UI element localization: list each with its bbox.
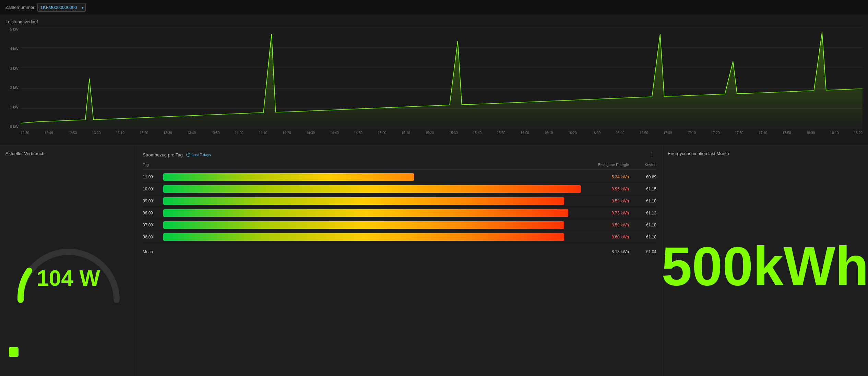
mean-row: Mean 8.13 kWh €1.04 bbox=[143, 246, 656, 254]
mean-cost: €1.04 bbox=[629, 249, 656, 254]
row-tag-0809: 08.09 bbox=[143, 211, 163, 215]
x-label: 12:50 bbox=[68, 131, 77, 135]
x-label: 18:00 bbox=[806, 131, 815, 135]
panel-verbrauch: Aktueller Verbrauch 104 W bbox=[0, 145, 137, 376]
last7-badge[interactable]: Last 7 days bbox=[186, 153, 211, 157]
table-row: 11.09 5.34 kWh €0.69 bbox=[143, 171, 656, 183]
row-energy-0909: 8.59 kWh bbox=[581, 199, 629, 203]
x-label: 13:10 bbox=[116, 131, 124, 135]
panel-strombezug-title: Strombezug pro Tag bbox=[143, 152, 183, 157]
row-energy-0809: 8.73 kWh bbox=[581, 211, 629, 215]
x-label: 17:00 bbox=[663, 131, 672, 135]
x-label: 13:00 bbox=[92, 131, 100, 135]
x-label: 16:10 bbox=[544, 131, 553, 135]
row-cost-0909: €1.10 bbox=[629, 199, 656, 203]
x-label: 14:10 bbox=[259, 131, 267, 135]
bottom-panels: Aktueller Verbrauch 104 W Strombezug pro… bbox=[0, 145, 868, 376]
row-tag-1009: 10.09 bbox=[143, 187, 163, 191]
chart-container: 5 kW 4 kW 3 kW 2 kW 1 kW 0 kW bbox=[5, 27, 863, 137]
y-label-2kw: 2 kW bbox=[5, 85, 21, 90]
x-label: 16:40 bbox=[616, 131, 625, 135]
gauge-value: 104 W bbox=[37, 266, 100, 291]
panel-center-title-row: Strombezug pro Tag Last 7 days bbox=[143, 152, 211, 157]
x-label: 14:00 bbox=[235, 131, 243, 135]
row-energy-0609: 8.60 kWh bbox=[581, 235, 629, 239]
x-label: 15:30 bbox=[449, 131, 458, 135]
x-label: 17:20 bbox=[711, 131, 720, 135]
col-header-cost: Kosten bbox=[629, 163, 656, 167]
y-axis: 5 kW 4 kW 3 kW 2 kW 1 kW 0 kW bbox=[5, 27, 21, 137]
header-label: Zählernummer bbox=[5, 5, 35, 10]
mean-label: Mean bbox=[143, 249, 163, 254]
row-bar-1009 bbox=[163, 185, 581, 193]
row-bar-0909 bbox=[163, 197, 581, 205]
row-cost-1009: €1.15 bbox=[629, 187, 656, 191]
row-cost-0709: €1.10 bbox=[629, 223, 656, 227]
meter-number-selector[interactable]: 1KFM0000000000 bbox=[37, 3, 86, 12]
chart-section: Leistungsverlauf 5 kW 4 kW 3 kW 2 kW 1 k… bbox=[0, 15, 868, 145]
chart-title: Leistungsverlauf bbox=[5, 19, 863, 24]
more-options-button[interactable]: ⋮ bbox=[647, 151, 656, 158]
table-row: 10.09 8.95 kWh €1.15 bbox=[143, 183, 656, 195]
panel-strombezug: Strombezug pro Tag Last 7 days ⋮ Tag Bez… bbox=[137, 145, 662, 376]
x-label: 14:20 bbox=[283, 131, 291, 135]
row-bar-1109 bbox=[163, 173, 581, 181]
x-label: 17:10 bbox=[687, 131, 696, 135]
x-label: 14:50 bbox=[354, 131, 362, 135]
x-label: 13:50 bbox=[211, 131, 219, 135]
x-label: 13:40 bbox=[187, 131, 196, 135]
x-label: 16:00 bbox=[521, 131, 529, 135]
y-label-1kw: 1 kW bbox=[5, 105, 21, 109]
chart-svg bbox=[21, 27, 863, 129]
table-header: Tag Bezogene Energie Kosten bbox=[143, 163, 656, 170]
row-tag-0609: 06.09 bbox=[143, 235, 163, 239]
header: Zählernummer 1KFM0000000000 bbox=[0, 0, 868, 15]
table-row: 08.09 8.73 kWh €1.12 bbox=[143, 207, 656, 219]
x-label: 15:20 bbox=[425, 131, 434, 135]
chart-inner: 12:30 12:40 12:50 13:00 13:10 13:20 13:3… bbox=[21, 27, 863, 137]
last7-label: Last 7 days bbox=[192, 153, 211, 157]
panel-energy-month: Energyconsumption last Month 500kWh bbox=[662, 145, 868, 376]
x-label: 13:20 bbox=[140, 131, 148, 135]
x-label: 15:50 bbox=[497, 131, 505, 135]
x-axis: 12:30 12:40 12:50 13:00 13:10 13:20 13:3… bbox=[21, 129, 863, 137]
x-label: 18:20 bbox=[854, 131, 863, 135]
y-label-4kw: 4 kW bbox=[5, 47, 21, 51]
gauge-container: 104 W bbox=[5, 162, 131, 371]
mean-energy: 8.13 kWh bbox=[581, 249, 629, 254]
row-energy-1109: 5.34 kWh bbox=[581, 175, 629, 179]
row-tag-0709: 07.09 bbox=[143, 223, 163, 227]
x-label: 13:30 bbox=[164, 131, 172, 135]
row-energy-0709: 8.59 kWh bbox=[581, 223, 629, 227]
row-cost-0809: €1.12 bbox=[629, 211, 656, 215]
row-bar-0809 bbox=[163, 209, 581, 217]
row-tag-1109: 11.09 bbox=[143, 175, 163, 179]
x-label: 18:10 bbox=[830, 131, 839, 135]
row-energy-1009: 8.95 kWh bbox=[581, 187, 629, 191]
row-bar-0709 bbox=[163, 221, 581, 229]
row-cost-1109: €0.69 bbox=[629, 175, 656, 179]
y-label-3kw: 3 kW bbox=[5, 66, 21, 70]
table-row: 07.09 8.59 kWh €1.10 bbox=[143, 219, 656, 231]
x-label: 17:50 bbox=[783, 131, 791, 135]
x-label: 14:30 bbox=[306, 131, 315, 135]
table-row: 09.09 8.59 kWh €1.10 bbox=[143, 195, 656, 207]
row-bar-0609 bbox=[163, 233, 581, 241]
panel-energy-title: Energyconsumption last Month bbox=[668, 151, 729, 156]
clock-icon bbox=[186, 153, 190, 157]
meter-number-select[interactable]: 1KFM0000000000 bbox=[37, 3, 86, 12]
gauge-indicator bbox=[9, 347, 19, 357]
panel-center-header: Strombezug pro Tag Last 7 days ⋮ bbox=[143, 151, 656, 158]
x-label: 17:40 bbox=[759, 131, 767, 135]
x-label: 15:10 bbox=[402, 131, 410, 135]
row-cost-0609: €1.10 bbox=[629, 235, 656, 239]
x-label: 12:30 bbox=[21, 131, 29, 135]
col-header-energy: Bezogene Energie bbox=[581, 163, 629, 167]
row-tag-0909: 09.09 bbox=[143, 199, 163, 203]
energy-big-value: 500kWh bbox=[662, 239, 868, 294]
x-label: 16:20 bbox=[568, 131, 577, 135]
x-label: 15:40 bbox=[473, 131, 481, 135]
x-label: 12:40 bbox=[44, 131, 53, 135]
table-row: 06.09 8.60 kWh €1.10 bbox=[143, 231, 656, 243]
col-header-tag: Tag bbox=[143, 163, 163, 167]
